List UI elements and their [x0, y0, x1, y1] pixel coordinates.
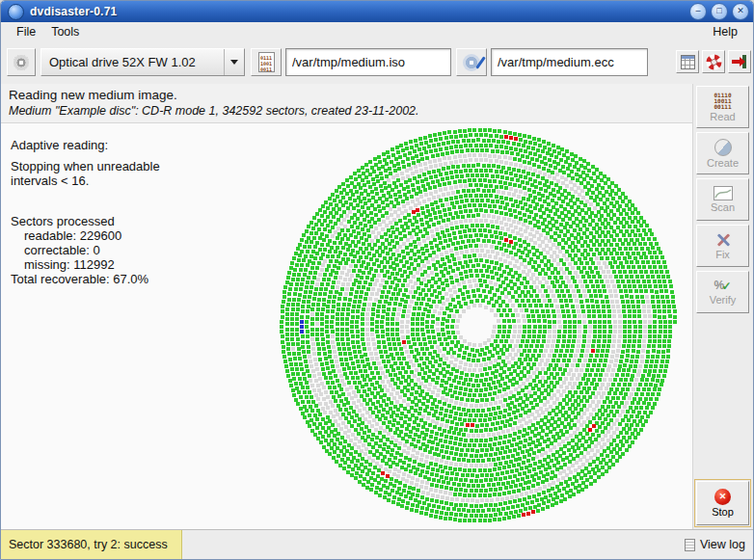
- view-log-button[interactable]: View log: [683, 530, 747, 559]
- status-line-2: Medium "Example disc": CD-R mode 1, 3425…: [9, 104, 419, 118]
- scan-button[interactable]: Scan: [696, 178, 749, 221]
- app-icon: [8, 4, 24, 20]
- disc-spiral-canvas: [267, 117, 687, 537]
- stopping-line-2: intervals < 16.: [11, 173, 160, 188]
- readable-row: readable: 229600: [11, 228, 160, 243]
- create-label: Create: [707, 157, 739, 169]
- verify-check-icon: % ✓: [714, 280, 732, 293]
- menu-item-help[interactable]: Help: [705, 24, 745, 40]
- disc-pencil-icon: [463, 54, 480, 71]
- app-window: dvdisaster-0.71 – □ ✕ File Tools Help Op…: [0, 0, 754, 560]
- total-recoverable: Total recoverable: 67.0%: [11, 272, 160, 286]
- main-area: Reading new medium image. Medium "Exampl…: [1, 84, 693, 530]
- maximize-button[interactable]: □: [711, 3, 728, 20]
- ecc-file-icon-button[interactable]: [456, 48, 487, 76]
- stop-icon: ✕: [714, 489, 731, 505]
- menu-item-file[interactable]: File: [9, 24, 43, 40]
- preferences-button[interactable]: [676, 50, 699, 73]
- preferences-grid-icon: [681, 55, 695, 69]
- drive-select-button[interactable]: [7, 48, 36, 76]
- drive-selector-value: Optical drive 52X FW 1.02: [41, 55, 224, 69]
- adaptive-reading-title: Adaptive reading:: [11, 138, 160, 152]
- binary-read-icon: 01110 10011 00111: [714, 93, 731, 110]
- minimize-button[interactable]: –: [689, 3, 707, 20]
- view-log-label: View log: [700, 538, 745, 551]
- window-title: dvdisaster-0.71: [30, 5, 117, 18]
- ecc-file-input[interactable]: [491, 48, 648, 76]
- toolbar: Optical drive 52X FW 1.02 0111 1001 0011: [1, 41, 753, 85]
- status-line-1: Reading new medium image.: [9, 88, 177, 102]
- create-icon: [714, 139, 732, 156]
- log-icon: [685, 539, 695, 551]
- read-button[interactable]: 01110 10011 00111 Read: [696, 86, 749, 128]
- create-button[interactable]: Create: [696, 132, 749, 174]
- read-label: Read: [710, 111, 735, 122]
- scan-chart-icon: [714, 186, 733, 200]
- sector-status-message: Sector 333680, try 2: success: [1, 530, 182, 559]
- image-file-input[interactable]: [285, 48, 451, 76]
- image-file-icon-button[interactable]: 0111 1001 0011: [251, 48, 282, 76]
- quit-button[interactable]: [728, 50, 751, 73]
- verify-button[interactable]: % ✓ Verify: [696, 271, 749, 313]
- statusbar: Sector 333680, try 2: success View log: [1, 529, 753, 559]
- action-sidebar: 01110 10011 00111 Read Create Scan Fix %…: [692, 84, 753, 530]
- crossed-tools-icon: [715, 232, 731, 248]
- reading-info-panel: Adaptive reading: Stopping when unreadab…: [11, 138, 160, 286]
- help-button[interactable]: [702, 50, 725, 73]
- quit-arrow-icon: [731, 54, 748, 69]
- drive-selector-dropdown[interactable]: Optical drive 52X FW 1.02: [40, 48, 245, 76]
- binary-file-icon: 0111 1001 0011: [258, 52, 275, 72]
- stop-label: Stop: [712, 506, 734, 518]
- chevron-down-icon: [224, 49, 244, 75]
- lifebuoy-icon: [706, 54, 722, 70]
- fix-label: Fix: [715, 249, 730, 260]
- stop-button[interactable]: ✕ Stop: [696, 481, 749, 525]
- missing-row: missing: 112992: [11, 257, 160, 272]
- verify-label: Verify: [710, 294, 737, 306]
- disc-icon: [13, 55, 29, 70]
- menubar: File Tools Help: [1, 22, 753, 41]
- scan-label: Scan: [711, 201, 735, 213]
- close-button[interactable]: ✕: [732, 3, 749, 20]
- sectors-processed-title: Sectors processed: [11, 214, 160, 228]
- titlebar[interactable]: dvdisaster-0.71 – □ ✕: [1, 1, 753, 22]
- menu-item-tools[interactable]: Tools: [43, 24, 87, 40]
- correctable-row: correctable: 0: [11, 243, 160, 257]
- fix-button[interactable]: Fix: [696, 225, 749, 267]
- stopping-line-1: Stopping when unreadable: [11, 159, 160, 173]
